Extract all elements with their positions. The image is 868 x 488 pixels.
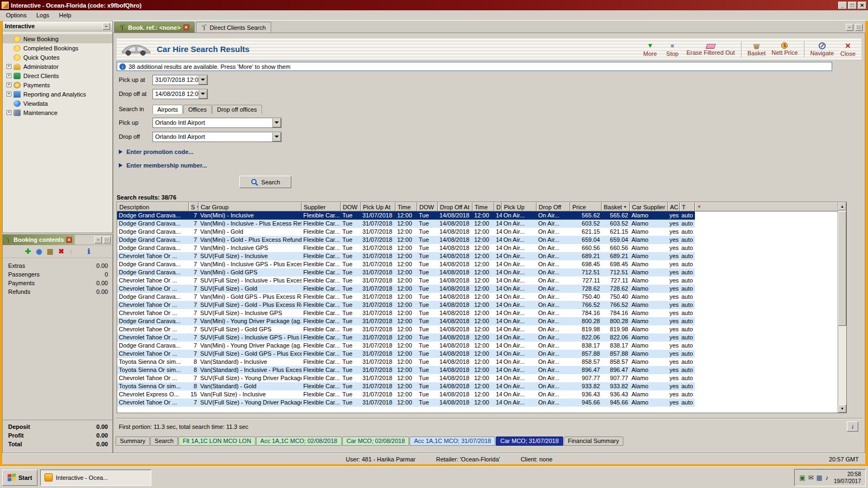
basket-add-icon[interactable]: ▦: [47, 247, 53, 256]
column-header-supplier[interactable]: Supplier: [302, 202, 341, 211]
maximize-button[interactable]: □: [848, 2, 857, 9]
taskbar-task-interactive[interactable]: Interactive - Ocea...: [40, 470, 151, 486]
search-in-tab-drop-off-offices[interactable]: Drop off offices: [212, 105, 262, 114]
membership-number-expander[interactable]: Enter membership number...: [119, 162, 863, 169]
search-in-tab-offices[interactable]: Offices: [183, 105, 212, 114]
tab-booking-ref[interactable]: Book. ref.: <none> ✕: [114, 22, 195, 33]
column-header-drop-off[interactable]: Drop Off: [537, 202, 570, 211]
mdi-minimize-button[interactable]: −: [846, 24, 853, 31]
column-header-description[interactable]: Description: [117, 202, 189, 211]
expand-icon[interactable]: +: [7, 73, 11, 78]
bottom-tab-financial-summary[interactable]: Financial Summary: [564, 436, 623, 446]
start-button[interactable]: Start: [2, 470, 37, 486]
add-icon[interactable]: ✚: [25, 247, 31, 256]
promotion-code-expander[interactable]: Enter promotion code...: [119, 148, 863, 156]
table-row[interactable]: Dodge Grand Carava...7Van(Mini) - Inclus…: [117, 260, 695, 268]
column-header-ac[interactable]: AC: [668, 202, 680, 211]
vertical-scrollbar[interactable]: ▲ ▼: [838, 202, 846, 413]
modify-icon[interactable]: ↑: [69, 247, 73, 256]
sidebar-item-completed-bookings[interactable]: Completed Bookings: [3, 43, 112, 53]
expand-icon[interactable]: +: [7, 110, 11, 115]
dropoff-at-field[interactable]: 14/08/2018 12:00: [152, 89, 208, 99]
volume-icon[interactable]: ♪: [825, 474, 828, 481]
scroll-down-icon[interactable]: ▼: [838, 404, 846, 413]
pickup-at-field[interactable]: 31/07/2018 12:00: [152, 75, 208, 85]
column-header-basket[interactable]: Basket▼: [602, 202, 630, 211]
column-header-pick-up[interactable]: Pick Up: [502, 202, 537, 211]
column-header-pick-up-at[interactable]: Pick Up At: [361, 202, 395, 211]
table-row[interactable]: Dodge Grand Carava...7Van(Mini) - Gold G…: [117, 293, 695, 301]
tab-direct-clients-search[interactable]: Direct Clients Search: [196, 22, 271, 33]
column-header-time[interactable]: Time: [395, 202, 417, 211]
close-button[interactable]: ✕: [858, 2, 866, 9]
sidebar-item-reporting-and-analytics[interactable]: +Reporting and Analytics: [3, 89, 112, 99]
toolbar-button-nett-price[interactable]: Nett Price: [771, 42, 797, 56]
column-header-dow[interactable]: DOW: [417, 202, 438, 211]
booking-panel-close-icon[interactable]: ✕: [66, 237, 72, 243]
sidebar-item-direct-clients[interactable]: +Direct Clients: [3, 71, 112, 80]
table-row[interactable]: Toyota Sienna Or sim...8Van(Standard) - …: [117, 366, 695, 374]
bottom-tab-car-mco-31-07-2018[interactable]: Car MCO; 31/07/2018: [496, 436, 563, 446]
table-row[interactable]: Chevrolet Tahoe Or ...7SUV(Full Size) - …: [117, 399, 695, 407]
table-row[interactable]: Chevrolet Tahoe Or ...7SUV(Full Size) - …: [117, 277, 695, 285]
dropdown-arrow-icon[interactable]: [272, 118, 281, 127]
table-row[interactable]: Chevrolet Express O...15Van(Full Size) -…: [117, 390, 695, 399]
bottom-tab-flt-1a-1c-lon-mco-lon[interactable]: Flt 1A,1C LON MCO LON: [178, 436, 256, 446]
sidebar-item-payments[interactable]: +Payments: [3, 80, 112, 89]
table-row[interactable]: Dodge Grand Carava...7Van(Mini) - Gold G…: [117, 268, 695, 277]
column-header-car-group[interactable]: Car Group: [199, 202, 302, 211]
dropoff-location-select[interactable]: Orlando Intl Airport: [152, 132, 282, 142]
table-row[interactable]: Dodge Grand Carava...7Van(Mini) - Young …: [117, 342, 695, 350]
scrollbar-thumb[interactable]: [838, 211, 846, 326]
table-row[interactable]: Dodge Grand Carava...7Van(Mini) - Inclus…: [117, 211, 695, 220]
table-row[interactable]: Chevrolet Tahoe Or ...7SUV(Full Size) - …: [117, 325, 695, 333]
table-row[interactable]: Dodge Grand Carava...7Van(Mini) - Inclus…: [117, 220, 695, 228]
toolbar-button-erase-filtered-out[interactable]: Erase Filtered Out: [686, 42, 735, 56]
display-icon[interactable]: ▦: [816, 474, 822, 481]
toolbar-button-stop[interactable]: Stop: [664, 42, 680, 57]
booking-panel-tab[interactable]: Booking contents ✕: [3, 235, 75, 245]
pickup-location-select[interactable]: Orlando Intl Airport: [152, 118, 282, 128]
table-row[interactable]: Dodge Grand Carava...7Van(Mini) - Young …: [117, 317, 695, 325]
dropdown-arrow-icon[interactable]: [272, 132, 281, 142]
mdi-restore-button[interactable]: □: [855, 24, 863, 31]
bottom-tab-summary[interactable]: Summary: [116, 436, 150, 446]
dropdown-arrow-icon[interactable]: [199, 89, 207, 99]
table-row[interactable]: Chevrolet Tahoe Or ...7SUV(Full Size) - …: [117, 309, 695, 317]
tab-close-icon[interactable]: ✕: [183, 24, 189, 30]
search-button[interactable]: Search: [239, 176, 291, 188]
column-header-t[interactable]: T: [680, 202, 695, 211]
mail-icon[interactable]: ✉: [808, 474, 814, 481]
bottom-tab-car-mco-02-08-2018[interactable]: Car MCO; 02/08/2018: [342, 436, 410, 446]
booking-panel-maximize-button[interactable]: □: [103, 236, 111, 243]
table-row[interactable]: Dodge Grand Carava...7Van(Mini) - Gold -…: [117, 236, 695, 244]
table-row[interactable]: Chevrolet Tahoe Or ...7SUV(Full Size) - …: [117, 252, 695, 260]
table-row[interactable]: Dodge Grand Carava...7Van(Mini) - GoldFl…: [117, 228, 695, 236]
bottom-tab-acc-1a-1c-mco-02-08-2018[interactable]: Acc 1A,1C MCO; 02/08/2018: [256, 436, 342, 446]
minimize-button[interactable]: _: [838, 2, 847, 9]
menu-item-options[interactable]: Options: [1, 11, 31, 20]
network-icon[interactable]: ▣: [799, 474, 805, 481]
table-row[interactable]: Chevrolet Tahoe Or ...7SUV(Full Size) - …: [117, 350, 695, 358]
sidebar-item-quick-quotes[interactable]: Quick Quotes: [3, 53, 112, 62]
table-row[interactable]: Toyota Sienna Or sim...8Van(Standard) - …: [117, 358, 695, 366]
column-header-d[interactable]: D: [494, 202, 502, 211]
search-in-tab-airports[interactable]: Airports: [152, 105, 183, 114]
bottom-tab-search[interactable]: Search: [150, 436, 178, 446]
column-header-s[interactable]: S▼: [189, 202, 199, 211]
info-icon[interactable]: ℹ: [87, 247, 90, 256]
toolbar-button-more[interactable]: More: [642, 42, 658, 57]
column-header-price[interactable]: Price: [570, 202, 602, 211]
scrollbar-track[interactable]: [838, 326, 846, 404]
sidebar-item-viewdata[interactable]: Viewdata: [3, 99, 112, 108]
sidebar-item-maintenance[interactable]: +Maintenance: [3, 108, 112, 117]
toolbar-button-close[interactable]: Close: [840, 42, 856, 57]
column-header-car-supplier[interactable]: Car Supplier: [630, 202, 668, 211]
table-row[interactable]: Toyota Sienna Or sim...8Van(Standard) - …: [117, 382, 695, 390]
table-row[interactable]: Chevrolet Tahoe Or ...7SUV(Full Size) - …: [117, 285, 695, 293]
details-info-button[interactable]: i: [847, 421, 858, 432]
table-row[interactable]: Chevrolet Tahoe Or ...7SUV(Full Size) - …: [117, 333, 695, 342]
panel-collapse-button[interactable]: −: [103, 23, 110, 30]
sidebar-item-administrator[interactable]: +Administrator: [3, 62, 112, 71]
column-header-drop-off-at[interactable]: Drop Off At: [438, 202, 473, 211]
